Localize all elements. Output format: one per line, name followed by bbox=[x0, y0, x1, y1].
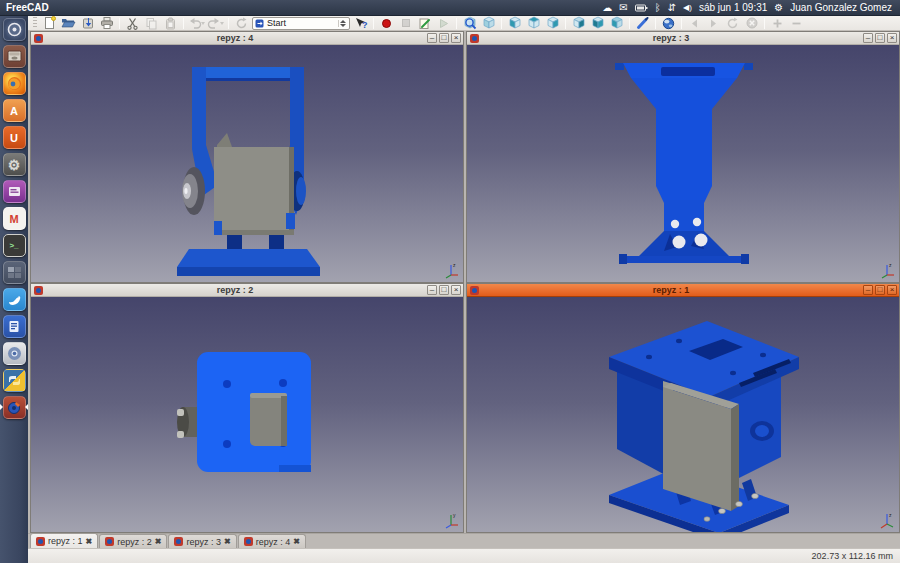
viewport-front-view[interactable]: z bbox=[467, 45, 899, 282]
new-file-button[interactable] bbox=[41, 16, 58, 30]
titlebar-repyz-1[interactable]: repyz : 1 – □ × bbox=[467, 284, 899, 297]
dash-home-icon bbox=[3, 18, 26, 41]
view-bottom-button[interactable] bbox=[589, 16, 606, 30]
print-button[interactable] bbox=[98, 16, 115, 30]
close-button[interactable]: × bbox=[451, 285, 461, 295]
mdi-area: repyz : 4 – □ × bbox=[28, 31, 900, 533]
titlebar-repyz-4[interactable]: repyz : 4 – □ × bbox=[31, 32, 463, 45]
viewport-top-view[interactable]: y bbox=[31, 297, 463, 532]
nav-stop-button[interactable] bbox=[743, 16, 760, 30]
open-file-button[interactable] bbox=[60, 16, 77, 30]
running-indicator-arrow bbox=[0, 404, 3, 410]
maximize-button[interactable]: □ bbox=[439, 33, 449, 43]
clock-label[interactable]: sáb jun 1 09:31 bbox=[699, 0, 767, 16]
macro-play-button[interactable] bbox=[435, 16, 452, 30]
session-gear-icon[interactable]: ⚙ bbox=[774, 0, 783, 16]
tab-close-icon[interactable]: ✖ bbox=[86, 537, 93, 546]
software-center-icon: A bbox=[3, 99, 26, 122]
measure-distance-button[interactable] bbox=[634, 16, 651, 30]
close-button[interactable]: × bbox=[887, 285, 897, 295]
user-menu-label[interactable]: Juan Gonzalez Gomez bbox=[790, 0, 892, 16]
copy-button[interactable] bbox=[143, 16, 160, 30]
titlebar-repyz-2[interactable]: repyz : 2 – □ × bbox=[31, 284, 463, 297]
refresh-button[interactable] bbox=[233, 16, 250, 30]
launcher-item-chromium[interactable] bbox=[0, 340, 28, 367]
nav-back-button[interactable] bbox=[686, 16, 703, 30]
launcher-item-freecad[interactable] bbox=[0, 394, 28, 421]
close-button[interactable]: × bbox=[451, 33, 461, 43]
launcher-item-software-center[interactable]: A bbox=[0, 97, 28, 124]
launcher-item-firefox[interactable] bbox=[0, 70, 28, 97]
view-left-button[interactable] bbox=[608, 16, 625, 30]
view-rear-button[interactable] bbox=[570, 16, 587, 30]
tab-label: repyz : 3 bbox=[186, 537, 221, 547]
launcher-item-settings[interactable]: ⚙ bbox=[0, 151, 28, 178]
mail-icon[interactable]: ✉ bbox=[619, 0, 627, 16]
launcher-item-documents[interactable] bbox=[0, 313, 28, 340]
volume-icon[interactable]: ◀) bbox=[683, 0, 692, 16]
view-right-button[interactable] bbox=[544, 16, 561, 30]
tab-close-icon[interactable]: ✖ bbox=[155, 537, 162, 546]
launcher-item-files[interactable] bbox=[0, 43, 28, 70]
cloud-icon[interactable]: ☁ bbox=[602, 0, 612, 16]
view-top-button[interactable] bbox=[525, 16, 542, 30]
titlebar-repyz-3[interactable]: repyz : 3 – □ × bbox=[467, 32, 899, 45]
view-axonometric-button[interactable] bbox=[480, 16, 497, 30]
maximize-button[interactable]: □ bbox=[439, 285, 449, 295]
cut-button[interactable] bbox=[124, 16, 141, 30]
tab-repyz-2[interactable]: repyz : 2 ✖ bbox=[99, 534, 167, 548]
tab-close-icon[interactable]: ✖ bbox=[224, 537, 231, 546]
close-button[interactable]: × bbox=[887, 33, 897, 43]
minimize-button[interactable]: – bbox=[863, 285, 873, 295]
toolbar-grip[interactable] bbox=[33, 17, 37, 29]
axis-indicator-icon: z bbox=[878, 262, 896, 280]
tab-repyz-3[interactable]: repyz : 3 ✖ bbox=[168, 534, 236, 548]
launcher-item-workspaces[interactable] bbox=[0, 259, 28, 286]
minimize-button[interactable]: – bbox=[427, 33, 437, 43]
launcher-item-dash[interactable] bbox=[0, 16, 28, 43]
bluetooth-icon[interactable]: ᛒ bbox=[655, 0, 661, 16]
launcher-item-media-app[interactable] bbox=[0, 178, 28, 205]
tab-repyz-4[interactable]: repyz : 4 ✖ bbox=[238, 534, 306, 548]
nav-forward-button[interactable] bbox=[705, 16, 722, 30]
tab-label: repyz : 1 bbox=[48, 536, 83, 546]
minimize-button[interactable]: – bbox=[863, 33, 873, 43]
launcher-item-terminal[interactable]: >_ bbox=[0, 232, 28, 259]
system-tray: ☁ ✉ ᛒ ⇵ ◀) sáb jun 1 09:31 ⚙ Juan Gonzal… bbox=[602, 0, 892, 16]
save-file-button[interactable] bbox=[79, 16, 96, 30]
terminal-icon: >_ bbox=[3, 234, 26, 257]
maximize-button[interactable]: □ bbox=[875, 285, 885, 295]
svg-text:z: z bbox=[889, 512, 892, 518]
web-browser-button[interactable] bbox=[660, 16, 677, 30]
freecad-doc-icon bbox=[36, 537, 45, 546]
launcher-item-twitter[interactable] bbox=[0, 286, 28, 313]
status-bar: 202.73 x 112.16 mm bbox=[28, 548, 900, 563]
workbench-selector[interactable]: Start bbox=[252, 17, 350, 30]
view-front-button[interactable] bbox=[506, 16, 523, 30]
minimize-button[interactable]: – bbox=[427, 285, 437, 295]
fit-all-button[interactable] bbox=[461, 16, 478, 30]
paste-button[interactable] bbox=[162, 16, 179, 30]
network-icon[interactable]: ⇵ bbox=[668, 0, 676, 16]
firefox-icon bbox=[3, 72, 26, 95]
viewport-isometric-view[interactable]: z bbox=[467, 297, 899, 532]
tab-repyz-1[interactable]: repyz : 1 ✖ bbox=[30, 533, 98, 548]
viewport-side-view[interactable]: z bbox=[31, 45, 463, 282]
ubuntu-one-glyph: U bbox=[10, 132, 18, 144]
tab-close-icon[interactable]: ✖ bbox=[293, 537, 300, 546]
zoom-out-button[interactable] bbox=[788, 16, 805, 30]
redo-button[interactable] bbox=[207, 16, 224, 30]
launcher-item-ubuntu-one[interactable]: U bbox=[0, 124, 28, 151]
macro-edit-button[interactable] bbox=[416, 16, 433, 30]
whats-this-button[interactable]: ? bbox=[352, 16, 369, 30]
launcher-item-python[interactable] bbox=[0, 367, 28, 394]
macro-stop-button[interactable] bbox=[397, 16, 414, 30]
macro-record-button[interactable] bbox=[378, 16, 395, 30]
undo-button[interactable] bbox=[188, 16, 205, 30]
launcher-item-gmail[interactable]: M bbox=[0, 205, 28, 232]
nav-refresh-button[interactable] bbox=[724, 16, 741, 30]
toolbar-separator bbox=[183, 18, 184, 29]
battery-icon[interactable] bbox=[635, 4, 648, 12]
maximize-button[interactable]: □ bbox=[875, 33, 885, 43]
zoom-in-button[interactable] bbox=[769, 16, 786, 30]
